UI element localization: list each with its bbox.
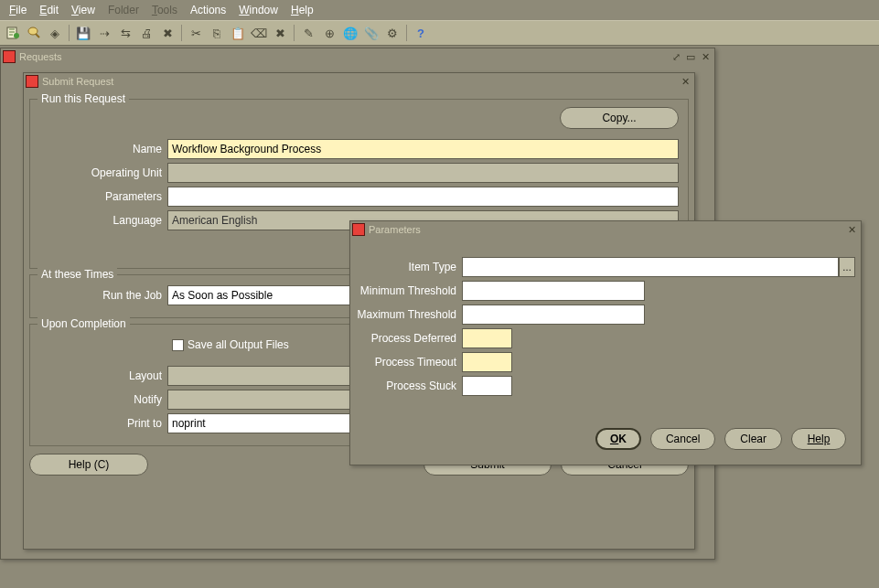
cut-icon[interactable]: ✂ [187,24,205,42]
requests-titlebar: Requests ⤢ ▭ ✕ [1,48,714,65]
parameters-titlebar: Parameters ✕ [350,221,861,238]
svg-line-3 [36,34,39,37]
menubar: File Edit View Folder Tools Actions Wind… [0,0,879,20]
min-threshold-input[interactable] [462,281,645,301]
oracle-icon [26,75,38,88]
delete-icon[interactable]: ✖ [271,24,289,42]
menu-view[interactable]: View [66,2,101,18]
requests-title: Requests [19,51,61,62]
folder-tools-icon[interactable]: ⚙ [383,24,402,42]
toolbar: ◈ 💾 ⇢ ⇆ 🖨 ✖ ✂ ⎘ 📋 ⌫ ✖ ✎ ⊕ 🌐 📎 ⚙ ? [0,20,879,46]
process-timeout-input[interactable] [462,352,512,372]
process-stuck-label: Process Stuck [356,380,462,392]
operating-unit-input [167,163,679,183]
menu-tools: Tools [146,2,183,18]
item-type-lov-button[interactable]: … [839,257,855,277]
attachment-icon[interactable]: 📎 [362,24,381,42]
min-threshold-label: Minimum Threshold [356,284,462,297]
process-deferred-input[interactable] [462,328,512,348]
max-threshold-label: Maximum Threshold [356,308,462,321]
restore-icon[interactable]: ▭ [683,50,698,63]
clear-record-icon[interactable]: ⌫ [250,24,268,42]
zoom-icon[interactable]: ⊕ [320,24,338,42]
nav-icon[interactable]: ◈ [46,24,64,42]
help-icon[interactable]: ? [412,24,430,42]
process-deferred-label: Process Deferred [356,332,462,345]
switch-icon[interactable]: ⇆ [116,24,134,42]
close-icon[interactable]: ✕ [844,223,859,236]
name-label: Name [39,143,167,155]
run-job-label: Run the Job [39,289,167,302]
run-request-group-title: Run this Request [38,92,129,105]
svg-point-1 [14,33,19,38]
new-icon[interactable] [4,24,22,42]
print-icon[interactable]: 🖨 [137,24,155,42]
process-stuck-input[interactable] [462,376,512,396]
upon-completion-title: Upon Completion [38,317,130,330]
oracle-icon [352,223,365,236]
edit-field-icon[interactable]: ✎ [299,24,317,42]
at-these-times-title: At these Times [38,268,117,281]
close-icon[interactable]: ✕ [698,50,713,63]
translate-icon[interactable]: 🌐 [341,24,359,42]
ok-button[interactable]: OK [595,428,641,450]
print-to-label: Print to [39,417,167,430]
params-help-button[interactable]: Help [791,428,846,450]
layout-label: Layout [39,369,167,382]
process-timeout-label: Process Timeout [356,356,462,369]
submit-titlebar: Submit Request ✕ [24,73,694,90]
oracle-icon [3,50,16,63]
minimize-icon[interactable]: ⤢ [669,50,683,63]
menu-window[interactable]: Window [233,2,284,18]
language-label: Language [39,214,167,227]
max-threshold-input[interactable] [462,305,645,325]
notify-label: Notify [39,393,167,406]
menu-edit[interactable]: Edit [34,2,64,18]
copy-icon[interactable]: ⎘ [208,24,226,42]
params-cancel-button[interactable]: Cancel [650,428,715,450]
toolbar-separator [294,25,295,41]
find-icon[interactable] [25,24,43,42]
clear-button[interactable]: Clear [724,428,782,450]
parameters-input[interactable] [167,187,679,207]
item-type-input[interactable] [462,257,839,277]
menu-help[interactable]: Help [285,2,319,18]
menu-actions[interactable]: Actions [185,2,231,18]
menu-folder: Folder [102,2,145,18]
save-output-checkbox[interactable]: ✔ [172,339,184,351]
name-input[interactable] [167,139,679,159]
toolbar-separator [181,25,182,41]
save-icon[interactable]: 💾 [74,24,92,42]
toolbar-separator [69,25,70,41]
parameters-window: Parameters ✕ Item Type … Minimum Thresho… [349,220,862,465]
help-button[interactable]: Help (C) [29,454,148,476]
close-icon[interactable]: ✕ [678,75,692,88]
menu-file[interactable]: File [4,2,32,18]
copy-button[interactable]: Copy... [560,107,679,129]
parameters-title: Parameters [369,224,421,235]
submit-title: Submit Request [42,76,113,87]
next-step-icon[interactable]: ⇢ [95,24,113,42]
item-type-label: Item Type [356,261,462,273]
parameters-label: Parameters [39,190,167,203]
paste-icon[interactable]: 📋 [229,24,247,42]
close-form-icon[interactable]: ✖ [158,24,177,42]
save-output-label: Save all Output Files [188,338,289,351]
toolbar-separator [406,25,407,41]
operating-unit-label: Operating Unit [39,166,167,179]
